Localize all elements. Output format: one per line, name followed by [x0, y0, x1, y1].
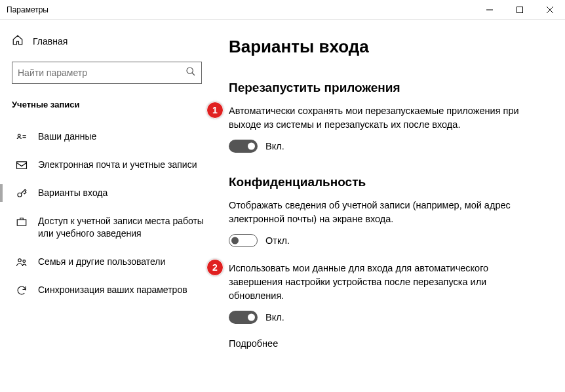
- sidebar-item-your-info[interactable]: Ваши данные: [12, 123, 216, 151]
- minimize-button[interactable]: [475, 0, 505, 20]
- svg-rect-11: [17, 220, 26, 225]
- home-label: Главная: [33, 36, 68, 47]
- setting-show-account-details: Отображать сведения об учетной записи (н…: [229, 199, 541, 247]
- sidebar-item-family-users[interactable]: Семья и другие пользователи: [12, 248, 216, 276]
- section-heading: Конфиденциальность: [229, 175, 541, 189]
- setting-description: Отображать сведения об учетной записи (н…: [229, 199, 541, 226]
- svg-point-6: [18, 134, 20, 137]
- home-link[interactable]: Главная: [12, 29, 216, 54]
- toggle-auto-restart-apps[interactable]: [229, 140, 258, 153]
- svg-rect-9: [17, 162, 27, 169]
- annotation-badge-2: 2: [206, 259, 224, 276]
- search-icon: [185, 66, 196, 79]
- sidebar: Главная Учетные записи Ваши данные Элект…: [0, 20, 218, 392]
- sidebar-item-label: Семья и другие пользователи: [38, 256, 165, 268]
- close-button[interactable]: [535, 0, 565, 20]
- sidebar-item-email-accounts[interactable]: Электронная почта и учетные записи: [12, 151, 216, 179]
- search-input[interactable]: [12, 62, 202, 84]
- sidebar-item-label: Варианты входа: [38, 187, 107, 199]
- section-privacy: Конфиденциальность Отображать сведения о…: [229, 175, 541, 349]
- toggle-use-signin-info[interactable]: [229, 311, 258, 324]
- window-controls: [475, 0, 565, 20]
- annotation-badge-1: 1: [206, 102, 224, 119]
- content: Варианты входа Перезапустить приложения …: [218, 20, 565, 392]
- svg-point-13: [23, 260, 26, 262]
- briefcase-icon: [16, 216, 28, 227]
- setting-auto-restart-apps: 1 Автоматически сохранять мои перезапуск…: [229, 104, 541, 153]
- person-card-icon: [16, 131, 28, 143]
- toggle-label: Вкл.: [265, 141, 284, 151]
- titlebar: Параметры: [0, 0, 565, 20]
- page-title: Варианты входа: [229, 37, 541, 57]
- window-title: Параметры: [7, 5, 49, 14]
- svg-point-10: [18, 193, 22, 197]
- more-info-link[interactable]: Подробнее: [229, 338, 541, 349]
- sync-icon: [16, 284, 28, 296]
- search-field[interactable]: [18, 68, 185, 78]
- svg-point-4: [187, 68, 193, 73]
- sidebar-heading: Учетные записи: [12, 100, 216, 109]
- maximize-button[interactable]: [505, 0, 535, 20]
- toggle-label: Вкл.: [265, 312, 284, 323]
- setting-description: Автоматически сохранять мои перезапускае…: [229, 104, 541, 132]
- svg-line-5: [192, 73, 195, 75]
- sidebar-item-work-school[interactable]: Доступ к учетной записи места работы или…: [12, 207, 216, 248]
- toggle-show-account-details[interactable]: [229, 234, 258, 247]
- sidebar-item-label: Электронная почта и учетные записи: [38, 159, 197, 171]
- mail-icon: [16, 159, 28, 171]
- svg-point-12: [18, 259, 22, 262]
- toggle-label: Откл.: [265, 235, 290, 246]
- sidebar-item-label: Ваши данные: [38, 130, 96, 143]
- setting-use-signin-info: 2 Использовать мои данные для входа для …: [229, 262, 541, 324]
- setting-description: Использовать мои данные для входа для ав…: [229, 262, 541, 303]
- home-icon: [12, 34, 24, 49]
- key-icon: [16, 187, 28, 199]
- sidebar-item-label: Синхронизация ваших параметров: [38, 284, 187, 296]
- svg-rect-1: [517, 7, 523, 12]
- section-restart-apps: Перезапустить приложения 1 Автоматически…: [229, 81, 541, 153]
- sidebar-item-sync-settings[interactable]: Синхронизация ваших параметров: [12, 276, 216, 304]
- sidebar-item-label: Доступ к учетной записи места работы или…: [38, 215, 216, 240]
- sidebar-item-signin-options[interactable]: Варианты входа: [12, 179, 216, 207]
- people-icon: [16, 256, 28, 268]
- section-heading: Перезапустить приложения: [229, 81, 541, 95]
